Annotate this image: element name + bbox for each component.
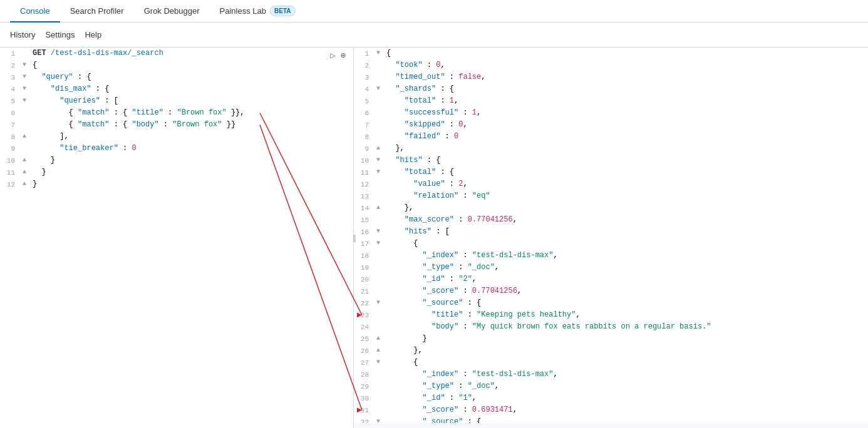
line-number: 1 xyxy=(354,48,376,59)
fold-button[interactable]: ▼ xyxy=(376,48,384,59)
code-content: } xyxy=(30,166,348,178)
code-line: 17▼ { xyxy=(354,238,868,250)
code-content: "_source" : { xyxy=(384,416,863,423)
fold-button[interactable]: ▼ xyxy=(376,416,384,423)
code-content: "successful" : 1, xyxy=(384,107,863,118)
fold-button[interactable]: ▼ xyxy=(376,83,384,94)
fold-button[interactable]: ▼ xyxy=(376,166,384,178)
history-button[interactable]: History xyxy=(10,28,35,42)
line-number: 4 xyxy=(0,83,23,95)
code-content: "timed_out" : false, xyxy=(384,71,863,83)
code-content: "_type" : "_doc", xyxy=(384,380,863,392)
line-number: 23 xyxy=(354,309,376,321)
fold-button[interactable]: ▲ xyxy=(23,155,30,166)
code-line: 27▼ { xyxy=(354,357,868,369)
fold-button[interactable]: ▼ xyxy=(23,71,30,83)
tab-console[interactable]: Console xyxy=(10,0,60,23)
code-content: "total" : { xyxy=(384,166,863,178)
code-line: 5▼ "queries" : [ xyxy=(0,95,353,107)
code-line: 2 "took" : 0, xyxy=(354,59,868,71)
scrollbar-spacer xyxy=(354,423,868,428)
line-number: 9 xyxy=(0,143,23,155)
code-line: 12▲} xyxy=(0,178,353,190)
tab-grok-debugger[interactable]: Grok Debugger xyxy=(134,0,210,23)
fold-button[interactable]: ▲ xyxy=(23,178,30,190)
line-number: 5 xyxy=(354,95,376,107)
settings-button[interactable]: Settings xyxy=(45,28,75,42)
code-line: 30 "_id" : "1", xyxy=(354,392,868,404)
panel-divider[interactable]: ‖ xyxy=(353,233,356,242)
code-line: 24 "body" : "My quick brown fox eats rab… xyxy=(354,321,868,333)
beta-badge: BETA xyxy=(270,6,295,16)
fold-button[interactable]: ▼ xyxy=(376,297,384,308)
editor-toolbar: ▷ ⊕ xyxy=(330,50,346,61)
code-content: "query" : { xyxy=(30,71,348,83)
line-number: 6 xyxy=(0,107,23,119)
code-content: "took" : 0, xyxy=(384,59,863,71)
fold-button[interactable]: ▼ xyxy=(376,155,384,166)
code-line: 12 "value" : 2, xyxy=(354,178,868,190)
code-line: 15 "max_score" : 0.77041256, xyxy=(354,214,868,226)
line-number: 25 xyxy=(354,333,376,345)
fold-button[interactable]: ▼ xyxy=(376,226,384,237)
line-number: 4 xyxy=(354,83,376,95)
fold-button[interactable]: ▲ xyxy=(23,166,30,178)
code-line: 4▼ "_shards" : { xyxy=(354,83,868,95)
fold-button[interactable]: ▲ xyxy=(376,345,384,356)
line-number: 24 xyxy=(354,321,376,333)
code-line: 19 "_type" : "_doc", xyxy=(354,262,868,273)
code-content: { xyxy=(384,238,863,249)
right-code-editor[interactable]: 1▼{2 "took" : 0,3 "timed_out" : false,4▼… xyxy=(354,48,868,423)
code-line: 21 "_score" : 0.77041256, xyxy=(354,285,868,297)
code-line: 7 "skipped" : 0, xyxy=(354,119,868,131)
line-number: 12 xyxy=(0,178,23,190)
line-number: 14 xyxy=(354,202,376,214)
code-content: "_id" : "1", xyxy=(384,392,863,404)
code-line: 8 "failed" : 0 xyxy=(354,131,868,143)
line-number: 9 xyxy=(354,143,376,155)
left-code-editor[interactable]: ▷ ⊕ 1GET /test-dsl-dis-max/_search2▼{3▼ … xyxy=(0,48,353,428)
code-content: "_shards" : { xyxy=(384,83,863,94)
line-number: 11 xyxy=(0,166,23,178)
copy-icon[interactable]: ⊕ xyxy=(341,50,346,61)
line-number: 31 xyxy=(354,404,376,416)
code-line: 10▼ "hits" : { xyxy=(354,155,868,166)
code-content: "_index" : "test-dsl-dis-max", xyxy=(384,369,863,380)
code-line: 6 { "match" : { "title" : "Brown fox" }}… xyxy=(0,107,353,119)
tab-painless-lab[interactable]: Painless Lab BETA xyxy=(210,0,306,23)
tab-search-profiler[interactable]: Search Profiler xyxy=(60,0,134,23)
help-button[interactable]: Help xyxy=(85,28,101,42)
code-content: } xyxy=(30,178,348,190)
fold-button[interactable]: ▼ xyxy=(376,238,384,249)
fold-button[interactable]: ▲ xyxy=(376,333,384,344)
code-content: { xyxy=(384,48,863,59)
code-content: { xyxy=(30,59,348,71)
code-line: 11▲ } xyxy=(0,166,353,178)
tab-bar: Console Search Profiler Grok Debugger Pa… xyxy=(0,0,868,23)
code-content: }, xyxy=(384,345,863,356)
fold-button[interactable]: ▼ xyxy=(23,83,30,94)
code-line: 8▲ ], xyxy=(0,131,353,143)
line-number: 19 xyxy=(354,262,376,273)
code-line: 28 "_index" : "test-dsl-dis-max", xyxy=(354,369,868,380)
code-line: 26▲ }, xyxy=(354,345,868,357)
fold-button[interactable]: ▲ xyxy=(23,131,30,142)
fold-button[interactable]: ▼ xyxy=(376,357,384,368)
code-content: "_source" : { xyxy=(384,297,863,308)
fold-button[interactable]: ▼ xyxy=(23,59,30,71)
code-content: "_index" : "test-dsl-dis-max", xyxy=(384,250,863,261)
line-number: 16 xyxy=(354,226,376,238)
line-number: 10 xyxy=(354,155,376,166)
code-line: 13 "relation" : "eq" xyxy=(354,190,868,202)
line-number: 28 xyxy=(354,369,376,380)
fold-button[interactable]: ▼ xyxy=(23,95,30,106)
run-icon[interactable]: ▷ xyxy=(330,50,335,61)
code-line: 7 { "match" : { "body" : "Brown fox" }} xyxy=(0,119,353,131)
fold-button[interactable]: ▲ xyxy=(376,202,384,213)
line-number: 10 xyxy=(0,155,23,166)
code-line: 6 "successful" : 1, xyxy=(354,107,868,119)
code-content: "relation" : "eq" xyxy=(384,190,863,201)
fold-button[interactable]: ▲ xyxy=(376,143,384,154)
code-content: { "match" : { "title" : "Brown fox" }}, xyxy=(30,107,348,118)
code-content: "title" : "Keeping pets healthy", xyxy=(384,309,863,320)
